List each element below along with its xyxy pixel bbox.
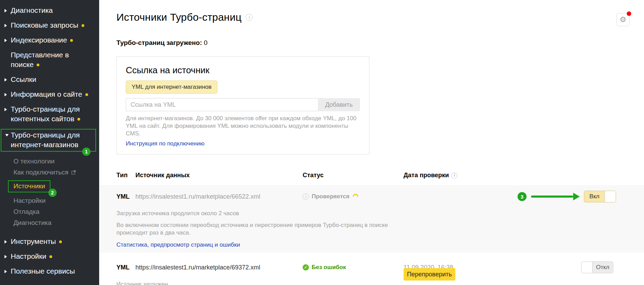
info-icon[interactable]: i [246, 14, 253, 21]
column-header-date: Дата проверки i [404, 172, 518, 179]
source-type: YML [116, 262, 135, 273]
turbo-shops-submenu: О технологии Как подключиться Источники … [0, 156, 99, 227]
column-header-status: Статус [303, 172, 404, 179]
sidebar-item-label: Ссылки [11, 75, 36, 83]
info-icon[interactable]: i [451, 172, 457, 179]
status-cell: i Проверяется [303, 191, 404, 202]
chevron-right-icon [4, 93, 7, 96]
loading-note: Загрузка источника продлится около 2 час… [116, 210, 613, 217]
notification-dot [627, 11, 631, 16]
sidebar-item-tools[interactable]: Инструменты [0, 237, 99, 246]
subitem-label: Источники [13, 182, 45, 190]
recheck-button[interactable]: Перепроверить [404, 268, 455, 281]
source-row-main-line: YML https://insalestest1.ru/marketplace/… [116, 262, 613, 273]
source-row-loaded: YML https://insalestest1.ru/marketplace/… [99, 253, 644, 285]
sidebar-item-indexing[interactable]: Индексирование [0, 35, 99, 45]
chevron-down-icon [5, 134, 9, 136]
counter-value: 0 [204, 39, 208, 46]
column-header-type: Тип [116, 172, 135, 179]
external-link-icon [71, 169, 76, 177]
success-check-icon: ✓ [303, 264, 309, 270]
add-source-form: Добавить [126, 98, 360, 111]
sidebar-item-settings[interactable]: Настройки [0, 251, 99, 261]
card-description: Для интернет-магазинов. До 30 000 элемен… [126, 115, 360, 137]
subitem-label: Как подключиться [13, 169, 68, 176]
sidebar-item-turbo-content-sites[interactable]: Турбо-страницы для контентных сайтов [0, 104, 99, 124]
subitem-label: Отладка [13, 208, 39, 215]
source-link-card: Ссылка на источник YML для интернет-мага… [116, 56, 369, 154]
annotation-and-toggle: 3 Вкл [518, 191, 616, 202]
source-disabled-toggle[interactable]: Откл [581, 262, 613, 273]
instruction-link[interactable]: Инструкция по подключению [126, 140, 205, 147]
loading-spinner-icon [352, 193, 360, 201]
source-url: https://insalestest1.ru/marketplace/6937… [135, 262, 303, 273]
status-cell: ✓ Без ошибок [303, 262, 404, 273]
sidebar: Диагностика Поисковые запросы Индексиров… [0, 0, 99, 285]
toggle-label: Откл [593, 262, 613, 273]
column-header-source: Источник данных [135, 172, 303, 179]
status-badge: Без ошибок [312, 264, 346, 271]
chevron-right-icon [4, 108, 7, 111]
annotation-step-badge-1: 1 [82, 148, 91, 156]
update-dot-icon [70, 39, 73, 42]
chevron-right-icon [4, 240, 7, 244]
annotation-step-badge-3: 3 [518, 192, 527, 201]
annotation-arrow [531, 196, 573, 198]
update-dot-icon [49, 255, 52, 258]
sidebar-item-label: Индексирование [11, 36, 67, 44]
subitem-label: Настройки [13, 197, 46, 204]
sidebar-item-turbo-shops[interactable]: Турбо-страницы для интернет-магазинов 1 [1, 129, 96, 152]
source-row-checking: YML https://insalestest1.ru/marketplace/… [99, 185, 644, 253]
source-url: https://insalestest1.ru/marketplace/6652… [135, 191, 303, 202]
card-heading: Ссылка на источник [126, 65, 360, 76]
active-item-highlight-box: Источники 2 [8, 180, 50, 192]
update-dot-icon [77, 118, 80, 121]
sidebar-item-diagnostics[interactable]: Диагностика [0, 6, 99, 15]
counter-label: Турбо-страниц загружено: [116, 39, 202, 46]
sidebar-item-label: Представление в поиске [11, 51, 69, 68]
source-enabled-toggle[interactable]: Вкл [584, 191, 616, 202]
subitem-label: О технологии [13, 158, 55, 165]
loaded-note: Источник загружен. [116, 281, 613, 285]
sidebar-item-label: Турбо-страницы для контентных сайтов [11, 105, 80, 123]
update-dot-icon [85, 93, 88, 96]
sidebar-subitem-sources-active[interactable]: Источники 2 [13, 180, 96, 194]
update-dot-icon [59, 240, 62, 243]
sidebar-item-site-info[interactable]: Информация о сайте [0, 89, 99, 99]
chevron-right-icon [4, 255, 7, 258]
chevron-right-icon [4, 78, 7, 82]
sidebar-subitem-settings[interactable]: Настройки [13, 197, 96, 205]
toggle-label: Вкл [584, 191, 605, 202]
sources-table-header: Тип Источник данных Статус Дата проверки… [99, 172, 644, 185]
sidebar-item-label: Информация о сайте [11, 90, 82, 98]
sidebar-subitem-how-to-connect[interactable]: Как подключиться [13, 168, 96, 177]
sidebar-item-useful-services[interactable]: Полезные сервисы [0, 266, 99, 276]
sidebar-item-label: Инструменты [11, 237, 56, 245]
chevron-right-icon [4, 270, 7, 273]
settings-gear-button[interactable]: ⚙ [616, 13, 629, 26]
info-icon[interactable]: i [303, 193, 309, 200]
sidebar-item-label: Настройки [11, 252, 46, 260]
toggle-knob [581, 262, 593, 273]
sidebar-item-label: Диагностика [11, 6, 53, 14]
status-badge: Проверяется [312, 193, 349, 200]
annotation-arrow-head-icon [573, 193, 580, 200]
sidebar-subitem-diagnostics[interactable]: Диагностика [13, 219, 96, 227]
update-dot-icon [37, 64, 39, 66]
sidebar-subitem-debug[interactable]: Отладка [13, 208, 96, 216]
sidebar-item-search-queries[interactable]: Поисковые запросы [0, 20, 99, 30]
yml-url-input[interactable] [126, 98, 318, 111]
page-title: Источники Турбо-страниц [116, 11, 242, 23]
recrawl-info-note: Во включенном состоянии переобход источн… [116, 221, 420, 237]
update-dot-icon [82, 24, 84, 27]
sidebar-subitem-about-technology[interactable]: О технологии [13, 157, 96, 165]
add-source-button[interactable]: Добавить [318, 98, 360, 111]
chevron-right-icon [4, 24, 7, 27]
toggle-knob [605, 191, 616, 202]
sidebar-item-links[interactable]: Ссылки [0, 75, 99, 84]
source-row-main-line: YML https://insalestest1.ru/marketplace/… [116, 191, 613, 202]
sidebar-item-label: Полезные сервисы [11, 267, 75, 275]
yml-tab[interactable]: YML для интернет-магазинов [126, 80, 217, 94]
statistics-link[interactable]: Статистика, предпросмотр страниц и ошибк… [116, 241, 240, 248]
sidebar-item-search-appearance[interactable]: Представление в поиске [0, 50, 99, 69]
